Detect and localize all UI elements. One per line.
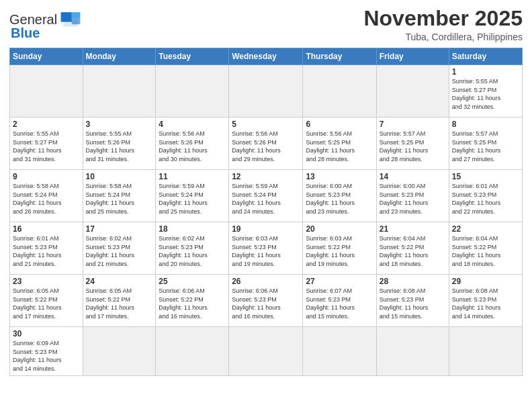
calendar-cell: 21Sunrise: 6:04 AM Sunset: 5:22 PM Dayli…: [376, 222, 449, 275]
calendar-cell: [156, 65, 229, 118]
calendar-header-row: SundayMondayTuesdayWednesdayThursdayFrid…: [10, 48, 523, 65]
calendar-cell: 10Sunrise: 5:58 AM Sunset: 5:24 PM Dayli…: [83, 170, 156, 222]
calendar-cell: 16Sunrise: 6:01 AM Sunset: 5:23 PM Dayli…: [10, 222, 83, 275]
day-number: 22: [452, 224, 519, 234]
calendar-cell: 25Sunrise: 6:06 AM Sunset: 5:22 PM Dayli…: [156, 275, 229, 327]
calendar-cell: 17Sunrise: 6:02 AM Sunset: 5:23 PM Dayli…: [83, 222, 156, 275]
day-number: 8: [452, 120, 519, 129]
day-number: 17: [86, 224, 153, 234]
calendar-cell: [83, 65, 156, 118]
calendar-cell: [229, 327, 303, 375]
day-info: Sunrise: 5:55 AM Sunset: 5:26 PM Dayligh…: [86, 130, 153, 163]
calendar-cell: 8Sunrise: 5:57 AM Sunset: 5:25 PM Daylig…: [449, 118, 522, 170]
calendar-cell: [156, 327, 229, 375]
svg-marker-3: [72, 18, 81, 24]
calendar-table: SundayMondayTuesdayWednesdayThursdayFrid…: [9, 48, 523, 375]
day-info: Sunrise: 6:05 AM Sunset: 5:22 PM Dayligh…: [13, 287, 80, 320]
day-number: 26: [232, 277, 300, 286]
day-info: Sunrise: 6:02 AM Sunset: 5:23 PM Dayligh…: [86, 234, 153, 268]
calendar-cell: [10, 65, 83, 118]
day-number: 1: [452, 67, 519, 77]
day-number: 29: [452, 277, 519, 286]
calendar-cell: [449, 327, 522, 375]
day-info: Sunrise: 5:55 AM Sunset: 5:27 PM Dayligh…: [13, 130, 80, 163]
logo: General Blue: [9, 9, 83, 41]
day-number: 11: [159, 172, 226, 181]
day-info: Sunrise: 5:57 AM Sunset: 5:25 PM Dayligh…: [380, 130, 446, 163]
calendar-cell: 2Sunrise: 5:55 AM Sunset: 5:27 PM Daylig…: [10, 118, 83, 170]
day-info: Sunrise: 6:09 AM Sunset: 5:23 PM Dayligh…: [13, 339, 80, 373]
svg-marker-1: [61, 12, 72, 21]
calendar-cell: 23Sunrise: 6:05 AM Sunset: 5:22 PM Dayli…: [10, 275, 83, 327]
day-info: Sunrise: 6:05 AM Sunset: 5:22 PM Dayligh…: [86, 287, 153, 320]
day-number: 15: [452, 172, 519, 181]
day-info: Sunrise: 6:01 AM Sunset: 5:23 PM Dayligh…: [452, 182, 519, 216]
day-info: Sunrise: 6:03 AM Sunset: 5:22 PM Dayligh…: [306, 234, 373, 268]
day-info: Sunrise: 5:56 AM Sunset: 5:26 PM Dayligh…: [159, 130, 226, 163]
calendar-cell: 19Sunrise: 6:03 AM Sunset: 5:23 PM Dayli…: [229, 222, 303, 275]
day-info: Sunrise: 5:58 AM Sunset: 5:24 PM Dayligh…: [13, 182, 80, 216]
svg-marker-2: [72, 12, 81, 18]
day-number: 21: [380, 224, 446, 234]
calendar-cell: 20Sunrise: 6:03 AM Sunset: 5:22 PM Dayli…: [303, 222, 376, 275]
day-number: 13: [306, 172, 373, 181]
day-number: 6: [306, 120, 373, 129]
day-number: 18: [159, 224, 226, 234]
calendar-cell: 28Sunrise: 6:08 AM Sunset: 5:23 PM Dayli…: [376, 275, 449, 327]
calendar-cell: 26Sunrise: 6:06 AM Sunset: 5:23 PM Dayli…: [229, 275, 303, 327]
calendar-weekday-sunday: Sunday: [10, 48, 83, 65]
day-info: Sunrise: 6:07 AM Sunset: 5:23 PM Dayligh…: [306, 287, 373, 320]
day-info: Sunrise: 6:06 AM Sunset: 5:23 PM Dayligh…: [232, 287, 300, 320]
day-number: 14: [380, 172, 446, 181]
calendar-week-2: 2Sunrise: 5:55 AM Sunset: 5:27 PM Daylig…: [10, 118, 523, 170]
title-block: November 2025 Tuba, Cordillera, Philippi…: [363, 7, 523, 42]
calendar-cell: 9Sunrise: 5:58 AM Sunset: 5:24 PM Daylig…: [10, 170, 83, 222]
calendar-cell: 30Sunrise: 6:09 AM Sunset: 5:23 PM Dayli…: [10, 327, 83, 375]
day-info: Sunrise: 6:08 AM Sunset: 5:23 PM Dayligh…: [380, 287, 446, 320]
day-info: Sunrise: 6:08 AM Sunset: 5:23 PM Dayligh…: [452, 287, 519, 320]
calendar-cell: [303, 327, 376, 375]
calendar-weekday-monday: Monday: [83, 48, 156, 65]
day-info: Sunrise: 6:01 AM Sunset: 5:23 PM Dayligh…: [13, 234, 80, 268]
calendar-cell: 6Sunrise: 5:56 AM Sunset: 5:25 PM Daylig…: [303, 118, 376, 170]
calendar-week-3: 9Sunrise: 5:58 AM Sunset: 5:24 PM Daylig…: [10, 170, 523, 222]
page-header: General Blue November 2025 Tuba, Cordill…: [9, 7, 523, 42]
day-number: 3: [86, 120, 153, 129]
calendar-week-5: 23Sunrise: 6:05 AM Sunset: 5:22 PM Dayli…: [10, 275, 523, 327]
calendar-cell: [303, 65, 376, 118]
calendar-cell: 4Sunrise: 5:56 AM Sunset: 5:26 PM Daylig…: [156, 118, 229, 170]
calendar-week-1: 1Sunrise: 5:55 AM Sunset: 5:27 PM Daylig…: [10, 65, 523, 118]
location: Tuba, Cordillera, Philippines: [363, 32, 523, 42]
day-number: 12: [232, 172, 300, 181]
day-info: Sunrise: 6:06 AM Sunset: 5:22 PM Dayligh…: [159, 287, 226, 320]
day-number: 24: [86, 277, 153, 286]
day-number: 4: [159, 120, 226, 129]
day-info: Sunrise: 5:58 AM Sunset: 5:24 PM Dayligh…: [86, 182, 153, 216]
day-number: 30: [13, 329, 80, 338]
day-number: 16: [13, 224, 80, 234]
calendar-cell: [229, 65, 303, 118]
day-number: 5: [232, 120, 300, 129]
calendar-cell: [376, 327, 449, 375]
calendar-cell: [83, 327, 156, 375]
day-info: Sunrise: 5:57 AM Sunset: 5:25 PM Dayligh…: [452, 130, 519, 163]
day-number: 28: [380, 277, 446, 286]
calendar-cell: 15Sunrise: 6:01 AM Sunset: 5:23 PM Dayli…: [449, 170, 522, 222]
calendar-cell: 18Sunrise: 6:02 AM Sunset: 5:23 PM Dayli…: [156, 222, 229, 275]
day-number: 25: [159, 277, 226, 286]
day-info: Sunrise: 6:02 AM Sunset: 5:23 PM Dayligh…: [159, 234, 226, 268]
calendar-weekday-friday: Friday: [376, 48, 449, 65]
logo-icon: [58, 9, 83, 30]
calendar-weekday-thursday: Thursday: [303, 48, 376, 65]
calendar-cell: [376, 65, 449, 118]
calendar-cell: 5Sunrise: 5:56 AM Sunset: 5:26 PM Daylig…: [229, 118, 303, 170]
day-info: Sunrise: 5:59 AM Sunset: 5:24 PM Dayligh…: [232, 182, 300, 216]
calendar-cell: 24Sunrise: 6:05 AM Sunset: 5:22 PM Dayli…: [83, 275, 156, 327]
day-number: 19: [232, 224, 300, 234]
calendar-cell: 13Sunrise: 6:00 AM Sunset: 5:23 PM Dayli…: [303, 170, 376, 222]
day-number: 27: [306, 277, 373, 286]
day-info: Sunrise: 5:59 AM Sunset: 5:24 PM Dayligh…: [159, 182, 226, 216]
calendar-cell: 1Sunrise: 5:55 AM Sunset: 5:27 PM Daylig…: [449, 65, 522, 118]
calendar-weekday-tuesday: Tuesday: [156, 48, 229, 65]
day-info: Sunrise: 5:56 AM Sunset: 5:25 PM Dayligh…: [306, 130, 373, 163]
